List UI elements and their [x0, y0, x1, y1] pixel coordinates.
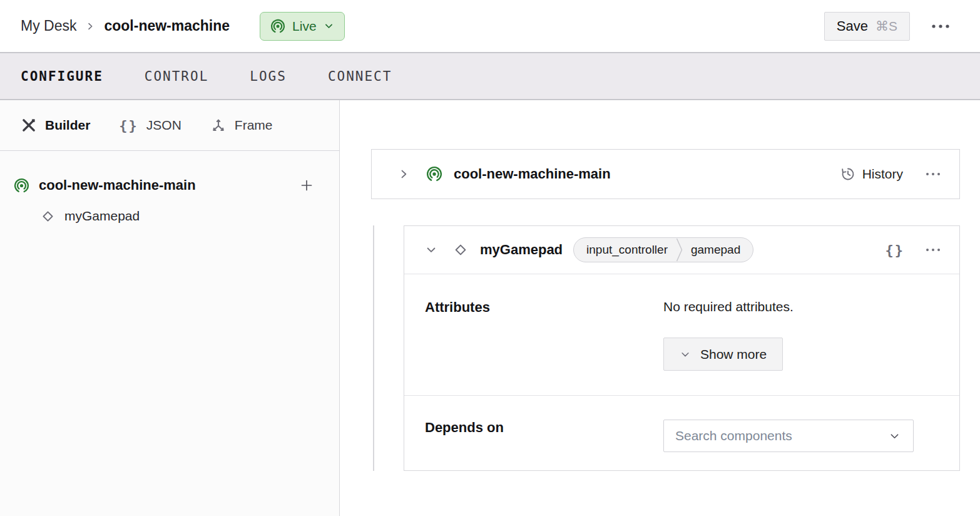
config-sidebar: Builder {} JSON Frame: [0, 100, 340, 516]
config-main-area: cool-new-machine-main History: [340, 100, 980, 516]
top-bar: My Desk cool-new-machine Live Save ⌘S: [0, 0, 980, 52]
live-status-button[interactable]: Live: [260, 12, 345, 41]
component-type: input_controller: [574, 243, 676, 257]
part-card-title: cool-new-machine-main: [454, 166, 840, 182]
component-type-badge: input_controller gamepad: [573, 237, 753, 262]
live-label: Live: [292, 19, 317, 34]
machine-live-icon: [270, 19, 285, 34]
breadcrumb-parent[interactable]: My Desk: [21, 18, 76, 34]
machine-part-tree: cool-new-machine-main myGamepad: [0, 151, 339, 231]
view-tab-label: Frame: [235, 118, 273, 133]
save-button[interactable]: Save ⌘S: [824, 12, 910, 41]
component-card: myGamepad input_controller gamepad {}: [404, 225, 960, 471]
history-clock-icon: [840, 167, 855, 182]
edit-json-button[interactable]: {}: [883, 240, 907, 261]
history-label: History: [862, 167, 903, 182]
view-tab-json[interactable]: {} JSON: [119, 118, 181, 133]
tab-connect[interactable]: CONNECT: [328, 69, 392, 84]
tab-logs[interactable]: LOGS: [250, 69, 287, 84]
attributes-empty-message: No required attributes.: [663, 299, 959, 314]
depends-on-select[interactable]: Search components: [663, 420, 914, 452]
view-tab-label: Builder: [45, 118, 90, 133]
tree-item-label: myGamepad: [64, 209, 140, 224]
history-button[interactable]: History: [840, 167, 903, 182]
breadcrumb-current: cool-new-machine: [104, 18, 230, 34]
breadcrumb: My Desk cool-new-machine: [21, 18, 230, 34]
depends-on-heading: Depends on: [425, 420, 663, 470]
depends-on-section: Depends on Search components: [404, 395, 959, 470]
tree-item-component[interactable]: myGamepad: [0, 201, 339, 231]
chevron-right-icon: [85, 21, 95, 31]
overflow-menu-button[interactable]: [929, 19, 952, 33]
attributes-section: Attributes No required attributes. Show …: [404, 274, 959, 395]
component-card-header: myGamepad input_controller gamepad {}: [404, 226, 959, 274]
component-card-wrap: myGamepad input_controller gamepad {}: [404, 225, 960, 471]
chevron-down-icon: [324, 21, 334, 31]
component-model: gamepad: [683, 243, 753, 257]
component-menu-button[interactable]: [923, 244, 943, 255]
machine-part-card: cool-new-machine-main History: [371, 149, 960, 199]
braces-icon: {}: [119, 118, 138, 133]
machine-part-icon: [14, 178, 29, 194]
add-component-button[interactable]: [297, 175, 317, 195]
tree-item-label: cool-new-machine-main: [39, 177, 287, 194]
save-label: Save: [837, 18, 868, 34]
frame-axes-icon: [210, 117, 227, 133]
view-tab-frame[interactable]: Frame: [210, 117, 273, 133]
tab-control[interactable]: CONTROL: [145, 69, 209, 84]
view-tab-builder[interactable]: Builder: [21, 117, 90, 133]
tree-connector-line: [373, 225, 374, 471]
chevron-down-icon: [680, 349, 691, 360]
view-tab-label: JSON: [146, 118, 181, 133]
sidebar-view-tabs: Builder {} JSON Frame: [0, 100, 339, 151]
collapse-component-chevron[interactable]: [422, 241, 440, 259]
show-more-label: Show more: [700, 347, 767, 362]
main-nav-tabs: CONFIGURE CONTROL LOGS CONNECT: [0, 52, 980, 100]
tree-item-machine-part[interactable]: cool-new-machine-main: [0, 170, 339, 201]
tab-configure[interactable]: CONFIGURE: [21, 69, 103, 84]
chevron-down-icon: [889, 430, 901, 442]
component-diamond-icon: [40, 209, 56, 224]
attributes-heading: Attributes: [425, 299, 663, 395]
part-card-menu-button[interactable]: [923, 168, 943, 180]
show-more-button[interactable]: Show more: [663, 338, 783, 371]
component-title: myGamepad: [480, 242, 563, 258]
save-shortcut: ⌘S: [875, 19, 897, 34]
expand-part-chevron[interactable]: [395, 165, 412, 183]
depends-on-placeholder: Search components: [675, 428, 792, 443]
machine-part-icon: [426, 166, 442, 182]
builder-tools-icon: [21, 117, 37, 133]
badge-divider-chevron: [676, 238, 683, 262]
component-diamond-icon: [452, 242, 469, 258]
